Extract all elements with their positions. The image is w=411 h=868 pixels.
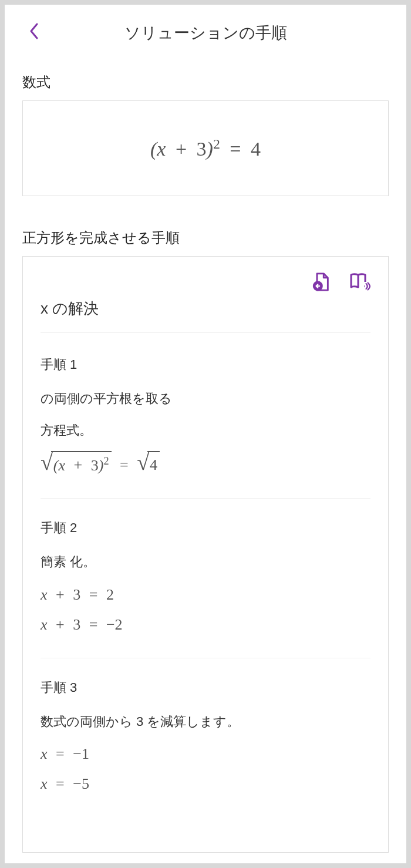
step-math: x = −5 xyxy=(41,772,370,795)
back-button[interactable] xyxy=(22,19,46,43)
steps-card: x の解決 手順 1 の両側の平方根を取る 方程式。 √ (x + 3)2 = … xyxy=(22,256,389,852)
step-2: 手順 2 簡素 化。 x + 3 = 2 x + 3 = −2 xyxy=(41,519,370,658)
step-math: x + 3 = 2 xyxy=(41,583,370,606)
card-actions xyxy=(41,271,370,292)
steps-label: 正方形を完成させる手順 xyxy=(22,228,389,247)
step-1: 手順 1 の両側の平方根を取る 方程式。 √ (x + 3)2 = √ 4 xyxy=(41,356,370,499)
step-number: 手順 2 xyxy=(41,519,370,537)
step-math: x = −1 xyxy=(41,742,370,765)
chevron-left-icon xyxy=(28,22,40,40)
step-description: の両側の平方根を取る xyxy=(41,388,370,409)
step-number: 手順 1 xyxy=(41,356,370,374)
equation-label: 数式 xyxy=(22,73,389,92)
page-title: ソリューションの手順 xyxy=(124,22,287,43)
header: ソリューションの手順 xyxy=(22,16,389,43)
document-back-icon xyxy=(311,272,331,292)
step-math: √ (x + 3)2 = √ 4 xyxy=(41,451,370,477)
copy-to-page-button[interactable] xyxy=(311,271,332,292)
step-description: 簡素 化。 xyxy=(41,551,370,572)
equation-box: (x + 3)2 = 4 xyxy=(22,100,389,196)
step-3: 手順 3 数式の両側から 3 を減算します。 x = −1 x = −5 xyxy=(41,679,370,817)
step-description: 方程式。 xyxy=(41,420,370,440)
solution-panel: ソリューションの手順 数式 (x + 3)2 = 4 正方形を完成させる手順 xyxy=(5,5,406,863)
step-math: x + 3 = −2 xyxy=(41,613,370,636)
book-audio-icon xyxy=(349,271,370,292)
step-description: 数式の両側から 3 を減算します。 xyxy=(41,711,370,732)
equation-display: (x + 3)2 = 4 xyxy=(35,136,376,160)
solve-title: x の解決 xyxy=(41,298,370,332)
read-aloud-button[interactable] xyxy=(349,271,370,292)
step-number: 手順 3 xyxy=(41,679,370,697)
